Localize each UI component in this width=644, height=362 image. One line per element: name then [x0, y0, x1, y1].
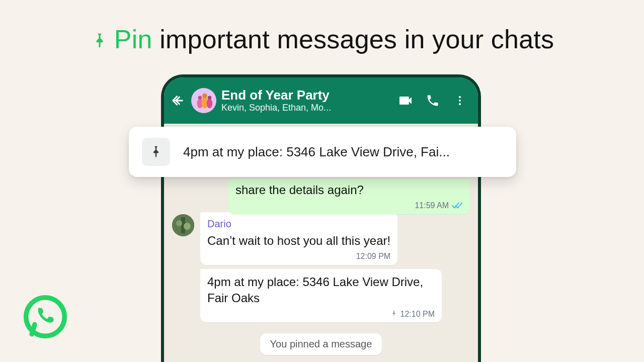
read-ticks-icon	[452, 201, 463, 211]
svg-point-7	[208, 96, 212, 100]
headline-rest: important messages in your chats	[159, 25, 554, 54]
message-bubble[interactable]: Dario Can’t wait to host you all this ye…	[200, 212, 397, 265]
pin-icon	[142, 138, 170, 166]
message-text: share the details again?	[235, 183, 364, 197]
svg-point-6	[202, 94, 207, 99]
pinned-message-banner[interactable]: 4pm at my place: 5346 Lake View Drive, F…	[129, 127, 516, 177]
svg-point-8	[459, 96, 461, 98]
message-bubble[interactable]: 4pm at my place: 5346 Lake View Drive, F…	[200, 269, 442, 322]
headline-accent: Pin	[114, 25, 152, 54]
pin-icon	[90, 26, 109, 56]
more-options-button[interactable]	[449, 95, 471, 107]
whatsapp-logo	[22, 294, 68, 340]
message-time: 11:59 AM	[415, 200, 449, 211]
chat-titles[interactable]: End of Year Party Kevin, Sophia, Ethan, …	[221, 88, 389, 113]
svg-point-10	[459, 103, 461, 105]
pinned-indicator-icon	[390, 309, 397, 320]
outgoing-message-partial: share the details again? 11:59 AM	[228, 179, 470, 214]
pinned-message-text: 4pm at my place: 5346 Lake View Drive, F…	[183, 144, 503, 160]
chat-title: End of Year Party	[221, 88, 389, 103]
sender-name: Dario	[207, 217, 390, 231]
incoming-message-row: Dario Can’t wait to host you all this ye…	[172, 212, 470, 265]
system-message: You pinned a message	[260, 333, 382, 355]
headline: Pin important messages in your chats	[0, 24, 644, 56]
sender-avatar[interactable]	[172, 214, 194, 236]
chat-header: End of Year Party Kevin, Sophia, Ethan, …	[164, 77, 478, 124]
message-time: 12:10 PM	[400, 309, 435, 320]
group-avatar[interactable]	[191, 88, 216, 113]
chat-members: Kevin, Sophia, Ethan, Mo...	[221, 103, 389, 113]
message-time: 12:09 PM	[356, 251, 390, 262]
svg-point-14	[184, 223, 191, 230]
svg-point-4	[207, 99, 213, 108]
message-text: 4pm at my place: 5346 Lake View Drive, F…	[207, 275, 423, 305]
incoming-message-row: 4pm at my place: 5346 Lake View Drive, F…	[172, 269, 470, 322]
svg-point-13	[176, 220, 182, 226]
message-text: Can’t wait to host you all this year!	[207, 234, 390, 247]
back-button[interactable]	[169, 94, 186, 108]
system-message-text: You pinned a message	[270, 338, 372, 349]
svg-point-9	[459, 100, 461, 102]
voice-call-button[interactable]	[422, 94, 444, 108]
video-call-button[interactable]	[394, 93, 417, 109]
svg-point-5	[198, 96, 202, 100]
phone-frame: End of Year Party Kevin, Sophia, Ethan, …	[161, 74, 481, 362]
